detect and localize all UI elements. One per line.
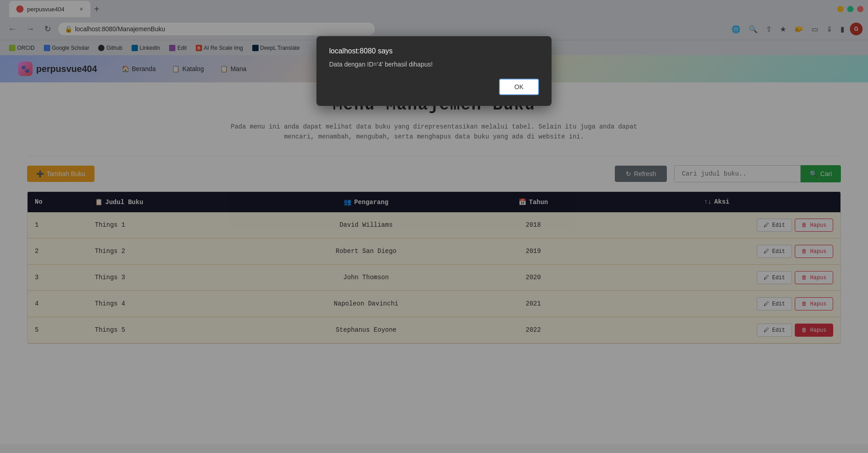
dialog-ok-button[interactable]: OK (499, 79, 539, 95)
dialog-overlay: localhost:8080 says Data dengan ID='4' b… (0, 0, 868, 453)
dialog-title: localhost:8080 says (329, 47, 539, 55)
dialog-message: Data dengan ID='4' berhasil dihapus! (329, 61, 539, 68)
dialog-footer: OK (329, 79, 539, 95)
dialog-box: localhost:8080 says Data dengan ID='4' b… (316, 36, 552, 106)
